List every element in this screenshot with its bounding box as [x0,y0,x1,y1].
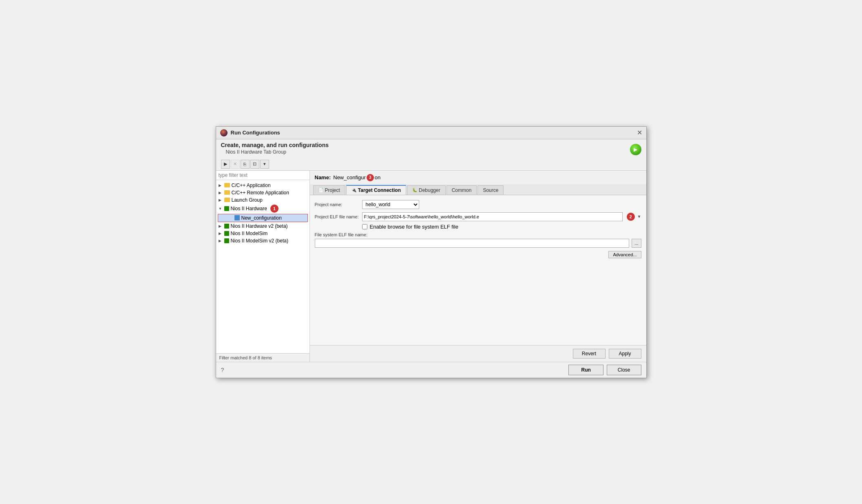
sidebar-item-new-config[interactable]: New_configuration [218,214,307,222]
folder-icon-cpp-app [224,183,230,187]
sidebar-item-cpp-remote[interactable]: ▶ C/C++ Remote Application [216,189,309,196]
sidebar-item-label-cpp-app: C/C++ Application [232,183,271,188]
toolbar-more-button[interactable]: ▾ [260,160,269,169]
enable-browse-checkbox[interactable] [362,224,367,229]
elf-file-label: Project ELF file name: [315,214,360,219]
expand-arrow-nios2hw: ▼ [219,207,223,211]
green-icon-nios2msv2 [224,238,229,243]
tab-source[interactable]: Source [477,185,504,195]
name-label: Name: [315,174,331,180]
tab-project-icon: 📄 [318,188,323,192]
tab-common-label: Common [452,187,472,193]
cfg-icon-new-config [234,215,240,220]
close-dialog-button[interactable]: ✕ [637,130,642,136]
sidebar-item-nios2msv2[interactable]: ▶ Nios II ModelSim v2 (beta) [216,237,309,244]
checkbox-row: Enable browse for file system ELF file [362,224,641,230]
tree-area: ▶ C/C++ Application ▶ C/C++ Remote Appli… [216,180,309,353]
folder-icon-cpp-remote [224,190,230,195]
sidebar-item-nios2ms[interactable]: ▶ Nios II ModelSim [216,230,309,237]
sidebar-item-label-nios2msv2: Nios II ModelSim v2 (beta) [231,238,288,244]
subtitle-text: Create, manage, and run configurations [221,142,329,148]
name-suffix: on [375,174,380,180]
right-panel: Name: New_configur 3 on 📄 Project 🔌 Targ… [310,171,646,362]
expand-arrow-cpp-remote: ▶ [219,191,223,195]
badge-2: 2 [627,213,635,221]
dialog-title: Run Configurations [231,130,280,136]
app-icon [220,129,228,136]
toolbar: ▶ ✕ ⎘ ⊡ ▾ [216,158,646,171]
help-button[interactable]: ? [221,367,224,373]
expand-arrow-nios2msv2: ▶ [219,239,223,243]
title-bar: Run Configurations ✕ [216,127,646,139]
elf-file-row: Project ELF file name: 2 ▼ [315,212,641,221]
tab-source-label: Source [483,187,498,193]
project-name-row: Project name: hello_world [315,200,641,209]
group-label: Nios II Hardware Tab Group [221,148,329,157]
advanced-button[interactable]: Advanced... [608,251,641,258]
name-prefix: New_configur [333,174,366,180]
green-icon-nios2ms [224,231,229,236]
tab-debugger[interactable]: 🐛 Debugger [407,185,446,195]
tab-target-icon: 🔌 [351,188,356,192]
close-button[interactable]: Close [607,365,641,375]
fs-elf-input[interactable] [315,239,630,248]
apply-button[interactable]: Apply [609,349,641,359]
subtitle-bar: Create, manage, and run configurations N… [216,139,646,158]
folder-icon-launch [224,198,230,202]
sidebar-item-label-nios2hw: Nios II Hardware [231,206,267,211]
expand-arrow-nios2hwv2: ▶ [219,224,223,228]
tab-project-label: Project [325,187,340,193]
tab-project[interactable]: 📄 Project [313,185,345,195]
filter-status: Filter matched 8 of 8 items [219,355,272,360]
main-content: ▶ C/C++ Application ▶ C/C++ Remote Appli… [216,171,646,362]
expand-arrow-nios2ms: ▶ [219,231,223,235]
toolbar-delete-button[interactable]: ✕ [231,160,240,169]
name-input-area: New_configur 3 on [333,174,380,181]
sidebar-item-label-new-config: New_configuration [241,215,282,221]
elf-file-input[interactable] [362,212,623,221]
footer-right: Run Close [568,365,641,375]
revert-button[interactable]: Revert [573,349,606,359]
sidebar-item-launch-group[interactable]: ▶ Launch Group [216,196,309,204]
sidebar-item-cpp-app[interactable]: ▶ C/C++ Application [216,182,309,189]
title-bar-left: Run Configurations [220,129,280,136]
tab-debugger-label: Debugger [419,187,440,193]
run-button[interactable]: Run [568,365,603,375]
run-configurations-dialog: Run Configurations ✕ Create, manage, and… [216,126,647,378]
green-icon-nios2hwv2 [224,224,229,229]
sidebar-item-nios2-hw[interactable]: ▼ Nios II Hardware 1 [216,204,309,213]
project-name-select[interactable]: hello_world [362,200,419,209]
green-icon-nios2hw [224,206,229,211]
left-panel: ▶ C/C++ Application ▶ C/C++ Remote Appli… [216,171,310,362]
sidebar-item-label-nios2hwv2: Nios II Hardware v2 (beta) [231,223,288,229]
tab-common[interactable]: Common [446,185,477,195]
browse-button[interactable]: ... [632,239,641,248]
tab-target-connection[interactable]: 🔌 Target Connection [346,185,406,195]
toolbar-link-button[interactable]: ⊡ [250,160,259,169]
fs-elf-label: File system ELF file name: [315,232,368,237]
sidebar-item-nios2hw-v2[interactable]: ▶ Nios II Hardware v2 (beta) [216,222,309,230]
expand-arrow-launch: ▶ [219,198,223,202]
footer-bar: ? Run Close [216,362,646,378]
advanced-btn-row: Advanced... [315,251,641,258]
badge-1: 1 [270,205,278,213]
tab-content-area: Project name: hello_world Project ELF fi… [310,195,646,345]
left-panel-footer: Filter matched 8 of 8 items [216,353,309,362]
filter-input[interactable] [216,171,309,180]
toolbar-copy-button[interactable]: ⎘ [241,160,250,169]
tab-debugger-icon: 🐛 [412,188,417,192]
bottom-action-bar: Revert Apply [310,345,646,362]
sidebar-item-label-launch: Launch Group [232,197,263,203]
sidebar-item-label-nios2ms: Nios II ModelSim [231,231,268,236]
toolbar-new-button[interactable]: ▶ [221,160,230,169]
checkbox-label: Enable browse for file system ELF file [370,224,458,230]
fs-elf-input-row: ... [315,239,641,248]
sidebar-item-label-cpp-remote: C/C++ Remote Application [232,190,289,196]
fs-elf-label-row: File system ELF file name: [315,232,641,237]
project-name-label: Project name: [315,202,360,207]
name-bar: Name: New_configur 3 on [310,171,646,185]
expand-arrow-cpp-app: ▶ [219,183,223,187]
project-name-input-group: hello_world [362,200,419,209]
tabs-bar: 📄 Project 🔌 Target Connection 🐛 Debugger… [310,185,646,195]
run-icon-button[interactable]: ▶ [630,144,641,155]
